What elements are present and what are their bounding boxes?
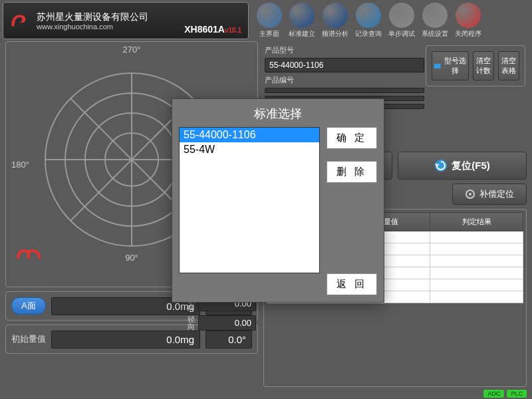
nav-6[interactable]: 关闭程序 (455, 3, 481, 39)
select-model-button[interactable]: 型号选择 (432, 51, 469, 80)
compensate-button[interactable]: 补偿定位 (452, 184, 527, 205)
standard-select-modal: 标准选择 55-44000-110655-4W 确 定 删 除 返 回 (172, 98, 384, 303)
deg-90: 90° (125, 253, 138, 263)
model-label: XH8601Av10.1 (184, 24, 241, 35)
clear-count-button[interactable]: 清空计数 (473, 51, 494, 80)
model-field-label: 产品型号 (265, 45, 299, 55)
refresh-icon (434, 159, 448, 172)
radial-label: 径向 (186, 316, 196, 331)
svg-point-11 (469, 193, 471, 196)
modal-list[interactable]: 55-44000-110655-4W (179, 127, 320, 273)
modal-title: 标准选择 (179, 106, 377, 122)
header: 苏州星火量测设备有限公司 www.xinghuochina.com XH8601… (0, 0, 532, 41)
nav-2[interactable]: 频谱分析 (322, 3, 348, 39)
modal-list-item[interactable]: 55-44000-1106 (180, 128, 319, 142)
side-a-pill[interactable]: A面 (11, 297, 46, 315)
marker-icon (15, 245, 42, 261)
svg-rect-12 (434, 64, 441, 68)
plc-status: PLC (507, 390, 527, 398)
logo-box: 苏州星火量测设备有限公司 www.xinghuochina.com XH8601… (3, 2, 249, 39)
status-bar: ADC PLC (483, 390, 527, 398)
model-field[interactable]: 55-44000-1106 (265, 58, 424, 72)
modal-back-button[interactable]: 返 回 (327, 273, 377, 295)
adc-status: ADC (483, 390, 504, 398)
nav-4[interactable]: 单步调试 (388, 3, 415, 39)
side-button-box: 型号选择 清空计数 清空表格 (426, 45, 525, 86)
nav-0[interactable]: 主界面 (257, 3, 282, 39)
clear-table-button[interactable]: 清空表格 (498, 51, 519, 80)
company-logo-icon (9, 9, 31, 32)
nav-1[interactable]: 标准建立 (289, 3, 315, 39)
sn-field[interactable] (265, 88, 424, 93)
company-url: www.xinghuochina.com (37, 23, 148, 31)
deg-180: 180° (11, 160, 29, 170)
modal-delete-button[interactable]: 删 除 (327, 161, 377, 183)
nav-5[interactable]: 系统设置 (422, 3, 448, 39)
modal-list-item[interactable]: 55-4W (180, 142, 319, 157)
modal-ok-button[interactable]: 确 定 (327, 127, 377, 149)
radial-value: 0.00 (198, 315, 256, 331)
nav-bar: 主界面标准建立频谱分析记录查询单步调试系统设置关闭程序 (257, 3, 481, 39)
company-name: 苏州星火量测设备有限公司 (37, 11, 148, 23)
initial-label: 初始量值 (11, 333, 46, 345)
gear-icon (465, 189, 475, 200)
table-header: 判定结果 (430, 213, 523, 231)
mass-init: 0.0mg (51, 331, 200, 348)
nav-3[interactable]: 记录查询 (355, 3, 382, 39)
folder-icon (434, 61, 441, 70)
sn-field-label: 产品编号 (265, 75, 299, 85)
deg-270: 270° (123, 45, 141, 55)
reset-button[interactable]: 复位(F5) (398, 152, 527, 180)
